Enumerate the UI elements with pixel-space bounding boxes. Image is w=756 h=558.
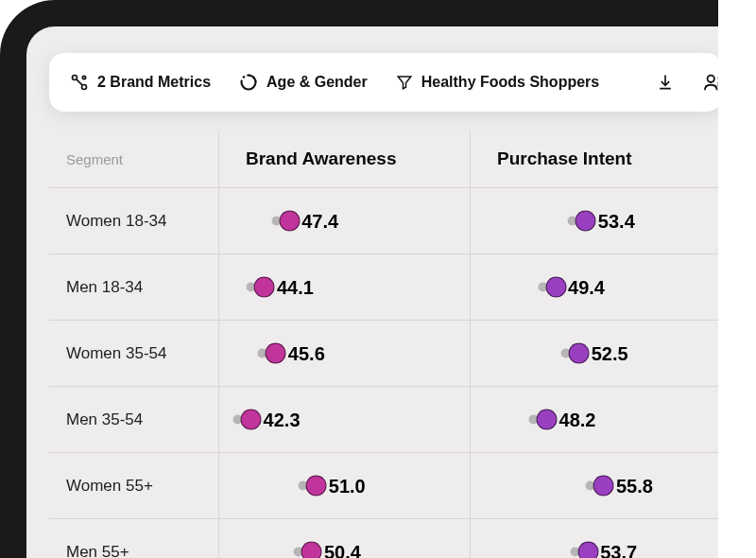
split-chip[interactable]: Age & Gender [239,73,368,92]
metrics-chip[interactable]: 2 Brand Metrics [70,73,211,92]
svg-point-2 [82,76,85,78]
filter-chip-label: Healthy Foods Shoppers [421,74,599,91]
split-chip-label: Age & Gender [266,74,368,91]
segment-label: Women 35-54 [49,320,219,386]
table-row: Women 35-54 45.6 52.5 [49,320,718,386]
metric-cell: 47.4 [219,187,471,253]
metrics-chip-label: 2 Brand Metrics [97,74,211,91]
toolbar: 2 Brand Metrics Age & Gender Healthy Foo… [49,53,718,112]
metric-value: 53.4 [598,210,635,232]
metric-cell: 42.3 [219,386,471,452]
metric-value: 48.2 [559,409,596,430]
connections-icon [70,73,89,92]
segment-label: Men 18-34 [49,253,219,320]
svg-point-1 [82,85,87,90]
metric-value: 44.1 [277,276,314,298]
svg-point-0 [73,76,77,80]
metric-cell: 49.4 [471,253,718,320]
segment-label: Women 55+ [49,452,219,518]
metric-value: 47.4 [301,210,338,232]
respondents-chip[interactable]: 6,785 [703,72,718,93]
table-row: Men 35-54 42.3 48.2 [49,386,718,452]
col-header-segment: Segment [49,131,219,187]
device-frame: 2 Brand Metrics Age & Gender Healthy Foo… [0,0,718,558]
segment-label: Men 55+ [49,518,219,558]
col-header-metric-1[interactable]: Brand Awareness [219,131,471,187]
segment-label: Men 35-54 [49,386,219,452]
table-row: Women 18-34 47.4 53.4 [49,187,718,253]
table-row: Men 18-34 44.1 49.4 [49,253,718,320]
download-icon [656,73,675,92]
metric-cell: 52.5 [471,320,718,386]
filter-chip[interactable]: Healthy Foods Shoppers [396,74,599,91]
metric-value: 49.4 [568,276,605,298]
download-button[interactable] [656,73,675,92]
segment-label: Women 18-34 [49,187,219,253]
metric-value: 45.6 [288,342,325,364]
metric-cell: 50.4 [219,518,471,558]
segment-icon [239,73,258,92]
metric-value: 51.0 [329,475,366,497]
metric-cell: 48.2 [471,386,718,452]
metric-cell: 53.4 [471,187,718,253]
metric-cell: 45.6 [219,320,471,386]
metric-value: 50.4 [324,541,361,558]
metric-cell: 51.0 [219,452,471,518]
metric-value: 52.5 [592,342,628,364]
col-header-metric-2[interactable]: Purchase Intent [471,131,718,187]
metric-value: 55.8 [616,475,653,497]
table-row: Women 55+ 51.0 55.8 [49,452,718,518]
metric-value: 42.3 [264,409,301,430]
metric-cell: 55.8 [471,452,718,518]
metric-cell: 44.1 [219,253,471,320]
svg-point-3 [708,76,714,82]
metric-cell: 53.7 [471,518,718,558]
metric-value: 53.7 [600,541,637,558]
table-header: Segment Brand Awareness Purchase Intent [49,131,718,187]
funnel-icon [396,74,413,91]
data-table: Segment Brand Awareness Purchase Intent … [49,131,718,558]
table-row: Men 55+ 50.4 53.7 [49,518,718,558]
people-icon [703,72,718,93]
